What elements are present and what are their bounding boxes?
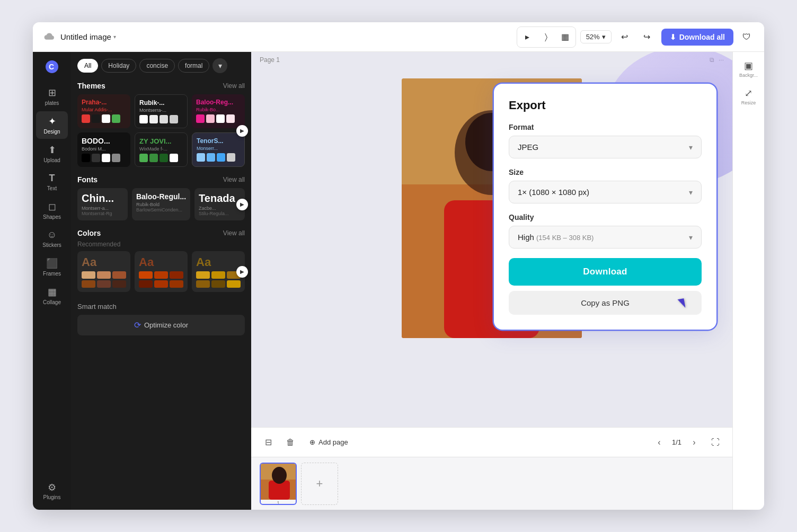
design-panel: All Holiday concise formal ▾ Themes View… xyxy=(71,52,251,510)
format-select[interactable]: JPEG ▾ xyxy=(509,136,702,158)
filter-more-btn[interactable]: ▾ xyxy=(212,58,227,73)
tool-btn-group-select: ▸ 〉 ▦ xyxy=(517,26,576,48)
themes-next-arrow[interactable]: ▶ xyxy=(236,125,248,137)
colors-next-arrow[interactable]: ▶ xyxy=(236,266,248,278)
themes-section: Themes View all Praha-... Mular Addis-..… xyxy=(77,82,245,167)
shield-btn[interactable]: 🛡 xyxy=(738,28,756,46)
thumbnail-toggle-btn[interactable]: ⊟ xyxy=(260,434,277,451)
sidebar-item-upload[interactable]: ⬆ Upload xyxy=(36,140,68,167)
sidebar-item-design-label: Design xyxy=(43,129,60,135)
add-page-button[interactable]: ⊕ Add page xyxy=(304,435,353,449)
sidebar-item-stickers[interactable]: ☺ Stickers xyxy=(36,225,68,252)
format-field: Format JPEG ▾ xyxy=(509,123,702,158)
background-icon: ▣ xyxy=(744,60,753,72)
shapes-icon: ◻ xyxy=(48,201,56,212)
download-all-label: Download all xyxy=(679,33,725,41)
sidebar-item-design[interactable]: ✦ Design xyxy=(36,111,68,139)
sidebar-item-plugins[interactable]: ⚙ Plugins xyxy=(36,477,68,504)
themes-title: Themes xyxy=(77,82,105,90)
sidebar-item-frames[interactable]: ⬛ Frames xyxy=(36,253,68,281)
themes-view-all[interactable]: View all xyxy=(223,82,245,90)
filter-concise[interactable]: concise xyxy=(139,59,175,73)
svg-point-9 xyxy=(272,467,287,484)
filter-formal[interactable]: formal xyxy=(178,59,209,73)
prev-page-btn[interactable]: ‹ xyxy=(651,434,668,451)
page-indicator: 1/1 xyxy=(672,438,681,446)
sidebar-item-shapes[interactable]: ◻ Shapes xyxy=(36,197,68,224)
zoom-control[interactable]: 52% ▾ xyxy=(580,30,612,43)
fonts-section: Fonts View all Chin... Montserr-a... Mon… xyxy=(77,175,245,220)
top-bar-center: ▸ 〉 ▦ 52% ▾ ↩ ↪ xyxy=(517,26,656,48)
size-select[interactable]: 1× (1080 × 1080 px) ▾ xyxy=(509,181,702,203)
sidebar-item-templates[interactable]: ⊞ plates xyxy=(36,83,68,110)
theme-card-1[interactable]: Praha-... Mular Addis-... xyxy=(77,94,130,128)
collage-icon: ▦ xyxy=(48,286,57,298)
page-label: Page 1 xyxy=(260,56,280,64)
size-field: Size 1× (1080 × 1080 px) ▾ xyxy=(509,168,702,203)
resize-label: Resize xyxy=(741,100,756,105)
templates-icon: ⊞ xyxy=(48,87,56,99)
app-logo: C xyxy=(42,57,61,76)
color-card-2[interactable]: Aa xyxy=(135,251,188,292)
sidebar-item-shapes-label: Shapes xyxy=(43,214,61,220)
zoom-level-text: 52% xyxy=(586,33,600,41)
format-chevron-icon: ▾ xyxy=(689,143,693,152)
next-page-btn[interactable]: › xyxy=(686,434,703,451)
optimize-icon: ⟳ xyxy=(134,320,141,330)
undo-btn[interactable]: ↩ xyxy=(616,28,634,46)
fonts-next-arrow[interactable]: ▶ xyxy=(236,199,248,210)
quality-select[interactable]: High (154 KB – 308 KB) ▾ xyxy=(509,226,702,249)
sidebar-item-collage-label: Collage xyxy=(43,299,61,305)
doc-title[interactable]: Untitled image ▾ xyxy=(60,32,116,41)
canvas-main: Export Format JPEG ▾ Size 1× (1080 × xyxy=(251,68,732,427)
sidebar-item-collage[interactable]: ▦ Collage xyxy=(36,282,68,309)
hand-tool-btn[interactable]: 〉 xyxy=(537,28,555,46)
theme-card-2[interactable]: Rubik-... Montserra-... xyxy=(135,94,188,128)
text-icon: T xyxy=(49,173,55,184)
select-tool-btn[interactable]: ▸ xyxy=(518,28,536,46)
grid-tool-btn[interactable]: ▦ xyxy=(556,28,574,46)
theme-card-4[interactable]: BODO... Bodoni M... xyxy=(77,132,130,167)
colors-view-all[interactable]: View all xyxy=(223,229,245,237)
font-card-2[interactable]: Baloo-Regul... Rubik-Bold BarlowSemiCond… xyxy=(132,188,190,220)
thumbnail-1[interactable]: 1 xyxy=(260,463,297,505)
bottom-bar-actions: ⊟ 🗑 ⊕ Add page xyxy=(260,434,353,451)
canvas-copy-icon[interactable]: ⧉ xyxy=(710,56,714,64)
optimize-color-button[interactable]: ⟳ Optimize color xyxy=(77,315,245,335)
sidebar-item-frames-label: Frames xyxy=(43,271,61,277)
redo-btn[interactable]: ↪ xyxy=(638,28,656,46)
zoom-chevron-icon: ▾ xyxy=(602,33,606,41)
size-value: 1× (1080 × 1080 px) xyxy=(518,188,589,197)
optimize-color-label: Optimize color xyxy=(144,321,188,329)
download-all-button[interactable]: ⬇ Download all xyxy=(661,29,733,46)
download-button[interactable]: Download xyxy=(509,258,702,286)
theme-card-6[interactable]: TenorS... Monserr... xyxy=(192,132,245,167)
font-card-1[interactable]: Chin... Montserr-a... Montserrat-Rg xyxy=(77,188,128,220)
fonts-view-all[interactable]: View all xyxy=(223,176,245,183)
thumb-inner-1 xyxy=(261,464,296,500)
sidebar-item-text[interactable]: T Text xyxy=(36,169,68,196)
resize-panel-btn[interactable]: ⤢ Resize xyxy=(737,85,760,108)
font-grid: Chin... Montserr-a... Montserrat-Rg Balo… xyxy=(77,188,245,220)
theme-card-3[interactable]: Baloo-Reg... Rubik-Bo... xyxy=(192,94,245,128)
color-card-grid: Aa Aa xyxy=(77,251,245,292)
app-window: Untitled image ▾ ▸ 〉 ▦ 52% ▾ ↩ ↪ xyxy=(33,22,764,510)
top-bar: Untitled image ▾ ▸ 〉 ▦ 52% ▾ ↩ ↪ xyxy=(33,22,764,52)
colors-title: Colors xyxy=(77,229,101,237)
colors-header: Colors View all xyxy=(77,229,245,237)
theme-grid: Praha-... Mular Addis-... Rubik-... xyxy=(77,94,245,167)
theme-card-5[interactable]: ZY JOVI... WixMade f-... xyxy=(135,132,188,167)
add-page-thumb-btn[interactable]: + xyxy=(301,463,338,505)
frames-icon: ⬛ xyxy=(46,258,58,269)
filter-holiday[interactable]: Holiday xyxy=(101,59,136,73)
background-panel-btn[interactable]: ▣ Backgr... xyxy=(737,57,760,81)
doc-title-chevron: ▾ xyxy=(113,34,116,40)
copy-png-button[interactable]: Copy as PNG xyxy=(509,291,702,315)
filter-all[interactable]: All xyxy=(77,59,98,73)
fullscreen-btn[interactable]: ⛶ xyxy=(707,434,724,451)
delete-page-btn[interactable]: 🗑 xyxy=(282,434,299,451)
fonts-title: Fonts xyxy=(77,175,98,184)
canvas-more-icon[interactable]: ··· xyxy=(719,56,724,64)
color-card-1[interactable]: Aa xyxy=(77,251,130,292)
add-page-label: Add page xyxy=(318,438,348,446)
